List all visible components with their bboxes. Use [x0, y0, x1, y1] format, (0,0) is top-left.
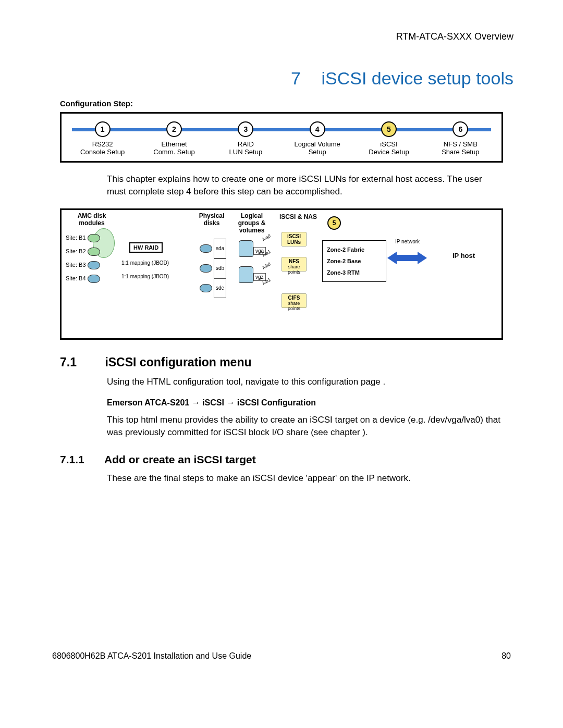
subsection-title: Add or create an iSCSI target [104, 453, 256, 465]
disk-icon [88, 248, 100, 256]
config-step-2: 2EthernetComm. Setup [138, 121, 210, 156]
page-header: RTM-ATCA-SXXX Overview [50, 31, 513, 42]
step-label-2: Setup [282, 148, 353, 156]
section-7-1-1-heading: 7.1.1 Add or create an iSCSI target [60, 453, 503, 466]
step-label-1: RAID [210, 140, 282, 148]
step-5-marker: 5 [327, 216, 341, 230]
zone-3-rtm: Zone-3 RTM [327, 267, 382, 278]
hwraid-box: HW RAID [129, 242, 163, 253]
disk-icon [200, 244, 212, 253]
para-7-1-b: This top html menu provides the ability … [107, 414, 503, 439]
iscsi-nas-header: iSCSI & NAS [279, 213, 317, 220]
lva0: lva0 [262, 233, 272, 242]
zone-2-base: Zone-2 Base [327, 255, 382, 267]
section-number: 7.1 [60, 355, 102, 369]
step-circle: 5 [381, 121, 397, 137]
iscsi-luns-folder: iSCSI LUNs [282, 232, 307, 246]
config-step-1: 1RS232Console Setup [67, 121, 138, 156]
navigation-breadcrumb: Emerson ATCA-S201 → iSCSI → iSCSI Config… [107, 398, 503, 408]
section-7-1-heading: 7.1 iSCSI configuration menu [60, 355, 503, 369]
architecture-diagram: AMC disk modules Site: B1 Site: B2 Site:… [60, 208, 503, 340]
step-circle: 6 [452, 121, 468, 137]
step-label-1: Logical Volume [282, 140, 353, 148]
section-title: iSCSI configuration menu [105, 355, 251, 369]
volume-group-icon [239, 266, 253, 283]
jbod-1: 1:1 mapping (JBOD) [121, 260, 169, 266]
step-label-1: NFS / SMB [425, 140, 496, 148]
step-label-1: iSCSI [353, 140, 424, 148]
step-circle: 4 [310, 121, 325, 137]
step-circle: 3 [238, 121, 253, 137]
step-circle: 2 [166, 121, 182, 137]
ip-network-label: IP network [395, 239, 420, 244]
site-b3: Site: B3 [66, 262, 86, 268]
configuration-step-diagram: 1RS232Console Setup2EthernetComm. Setup3… [60, 112, 503, 163]
step-label-2: LUN Setup [210, 148, 282, 156]
disk-icon [200, 264, 212, 273]
subsection-number: 7.1.1 [60, 453, 102, 466]
step-label-2: Share Setup [425, 148, 496, 156]
intro-paragraph: This chapter explains how to create one … [107, 173, 503, 198]
step-label-1: RS232 [67, 140, 138, 148]
config-step-label: Configuration Step: [60, 99, 513, 108]
config-step-3: 3RAIDLUN Setup [210, 121, 282, 156]
disk-icon [88, 261, 100, 269]
jbod-2: 1:1 mapping (JBOD) [121, 274, 169, 279]
ip-host-label: IP host [452, 252, 475, 260]
disk-icon [200, 284, 212, 292]
disk-icon [88, 234, 100, 242]
step-label-2: Device Setup [353, 148, 424, 156]
para-7-1-1: These are the final steps to make an iSC… [107, 472, 503, 485]
chapter-title: 7 iSCSI device setup tools [50, 68, 513, 89]
step-circle: 1 [95, 121, 111, 137]
step-label-1: Ethernet [138, 140, 210, 148]
sdc: sdc [214, 278, 226, 298]
page-footer: 6806800H62B ATCA-S201 Installation and U… [50, 651, 513, 661]
config-step-5: 5iSCSIDevice Setup [353, 121, 424, 156]
chapter-title-text: iSCSI device setup tools [321, 68, 513, 88]
site-b4: Site: B4 [66, 275, 86, 281]
step-label-2: Comm. Setup [138, 148, 210, 156]
config-step-6: 6NFS / SMBShare Setup [425, 121, 496, 156]
chapter-number: 7 [291, 68, 301, 88]
config-step-4: 4Logical VolumeSetup [282, 121, 353, 156]
cifs-folder: CIFSshare points [282, 293, 307, 308]
footer-left: 6806800H62B ATCA-S201 Installation and U… [52, 651, 251, 661]
sdb: sdb [214, 258, 226, 278]
physical-disks-header: Physical disks [196, 212, 227, 227]
amc-header: AMC disk modules [66, 212, 118, 227]
nfs-folder: NFSshare points [282, 257, 307, 272]
para-7-1-a: Using the HTML configuration tool, navig… [107, 376, 503, 388]
site-b1: Site: B1 [66, 235, 86, 241]
footer-page-number: 80 [501, 651, 511, 661]
zone-2-fabric: Zone-2 Fabric [327, 244, 382, 255]
sda: sda [214, 239, 226, 258]
site-b2: Site: B2 [66, 248, 86, 254]
disk-icon [88, 275, 100, 283]
volume-group-icon [239, 240, 253, 257]
step-label-2: Console Setup [67, 148, 138, 156]
logical-groups-header: Logical groups & volumes [236, 212, 267, 234]
